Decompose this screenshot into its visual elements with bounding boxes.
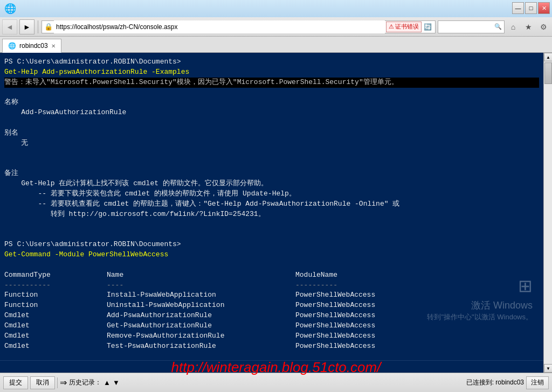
divider-1 — [57, 377, 58, 388]
tab-bar: 🌐 robindc03 ✕ — [0, 37, 552, 53]
forward-button[interactable]: ► — [19, 19, 34, 34]
ps-line-11: -- 若要联机查看此 cmdlet 的帮助主题，请键入："Get-Help Ad… — [4, 199, 539, 209]
minimize-button[interactable]: — — [512, 2, 524, 14]
cert-error-icon: ⚠ — [389, 23, 394, 30]
ps-line-blank-8 — [4, 351, 539, 360]
ps-line-r3: Cmdlet Add-PswaAuthorizationRule PowerSh… — [4, 311, 539, 321]
ps-line-14: Get-Command -Module PowerShellWebAccess — [4, 250, 539, 260]
ps-line-1: PS C:\Users\administrator.ROBIN\Document… — [4, 57, 539, 67]
tab-title: robindc03 — [19, 42, 48, 50]
settings-button[interactable]: ⚙ — [537, 20, 550, 33]
ps-line-blank-7 — [4, 260, 539, 270]
connection-label: 已连接到: robindc03 — [466, 378, 524, 387]
ps-line-r1: Function Install-PswaWebApplication Powe… — [4, 290, 539, 300]
submit-button[interactable]: 提交 — [3, 376, 28, 389]
back-button[interactable]: ◄ — [2, 19, 17, 34]
title-bar: 🌐 — □ ✕ — [0, 0, 552, 17]
ps-line-10: -- 若要下载并安装包含此 cmdlet 的模块的帮助文件，请使用 Update… — [4, 189, 539, 199]
ps-line-blank-5 — [4, 220, 539, 230]
tab-close-button[interactable]: ✕ — [51, 43, 56, 49]
ps-line-6: 别名 — [4, 128, 539, 138]
ps-line-9: Get-Help 在此计算机上找不到该 cmdlet 的帮助文件。它仅显示部分帮… — [4, 179, 539, 189]
ps-line-12: 转到 http://go.microsoft.com/fwlink/?LinkI… — [4, 209, 539, 220]
search-input[interactable] — [438, 21, 492, 33]
browser-icon: 🌐 — [4, 3, 16, 15]
ps-line-8: 备注 — [4, 169, 539, 179]
ps-line-blank-4 — [4, 158, 539, 169]
arrow-right-icon: ⇒ — [60, 377, 67, 388]
ps-line-blank-2 — [4, 118, 539, 128]
refresh-button[interactable]: 🔄 — [423, 23, 433, 31]
bottom-bar: 提交 取消 ⇒ 历史记录： ▲ ▼ 已连接到: robindc03 注销 — [0, 373, 552, 392]
lock-icon: 🔒 — [44, 23, 53, 31]
ps-console: PS C:\Users\administrator.ROBIN\Document… — [0, 53, 543, 360]
ps-line-r2: Function Uninstall-PswaWebApplication Po… — [4, 300, 539, 311]
history-up-button[interactable]: ▲ — [104, 379, 111, 387]
navigation-toolbar: ◄ ► 🔒 ⚠ 证书错误 🔄 🔍 ⌂ ★ ⚙ — [0, 17, 552, 37]
history-label: 历史记录： — [69, 378, 101, 387]
ps-line-13: PS C:\Users\administrator.ROBIN\Document… — [4, 240, 539, 250]
ps-line-blank-3 — [4, 149, 539, 159]
connection-status: 已连接到: robindc03 注销 — [466, 376, 549, 389]
scroll-up-button[interactable]: ▲ — [544, 53, 552, 61]
active-tab[interactable]: 🌐 robindc03 ✕ — [2, 39, 61, 53]
ps-line-r5: Cmdlet Remove-PswaAuthorizationRule Powe… — [4, 331, 539, 341]
ps-line-7: 无 — [4, 138, 539, 149]
scroll-down-button[interactable]: ▼ — [544, 364, 552, 373]
cancel-button[interactable]: 取消 — [30, 376, 55, 389]
ps-line-4: 名称 — [4, 97, 539, 108]
vertical-scrollbar[interactable]: ▲ ▼ — [543, 53, 552, 373]
ps-line-r4: Cmdlet Get-PswaAuthorizationRule PowerSh… — [4, 321, 539, 331]
ps-line-sep: ----------- ---- ---------- — [4, 281, 539, 291]
ps-input-area — [0, 360, 543, 373]
favorites-button[interactable]: ★ — [522, 20, 535, 33]
ps-line-blank-1 — [4, 88, 539, 98]
tab-icon: 🌐 — [8, 42, 16, 50]
window-controls: — □ ✕ — [512, 2, 550, 14]
home-button[interactable]: ⌂ — [507, 20, 520, 33]
ps-line-header: CommandType Name ModuleName — [4, 270, 539, 281]
maximize-button[interactable]: □ — [525, 2, 537, 14]
ps-line-5: Add-PswaAuthorizationRule — [4, 108, 539, 118]
ps-line-2: Get-Help Add-pswaAuthorizationRule -Exam… — [4, 67, 539, 78]
ie-tools: ⌂ ★ ⚙ — [507, 20, 550, 33]
ps-line-blank-6 — [4, 229, 539, 240]
ps-line-r6: Cmdlet Test-PswaAuthorizationRule PowerS… — [4, 341, 539, 352]
cert-error-badge: ⚠ 证书错误 — [386, 22, 422, 32]
history-down-button[interactable]: ▼ — [113, 379, 120, 387]
close-button[interactable]: ✕ — [538, 2, 550, 14]
content-area: PS C:\Users\administrator.ROBIN\Document… — [0, 53, 552, 373]
ps-input[interactable] — [0, 361, 543, 373]
address-input[interactable] — [54, 20, 385, 33]
search-button[interactable]: 🔍 — [492, 23, 504, 30]
ps-line-3: 警告：未导入"Microsoft.PowerShell.Security"模块，… — [4, 78, 539, 88]
scroll-thumb[interactable] — [544, 62, 552, 84]
main-content: PS C:\Users\administrator.ROBIN\Document… — [0, 53, 543, 373]
history-nav: ⇒ 历史记录： ▲ ▼ — [60, 377, 120, 388]
logout-button[interactable]: 注销 — [526, 376, 549, 389]
scroll-track[interactable] — [544, 61, 552, 364]
